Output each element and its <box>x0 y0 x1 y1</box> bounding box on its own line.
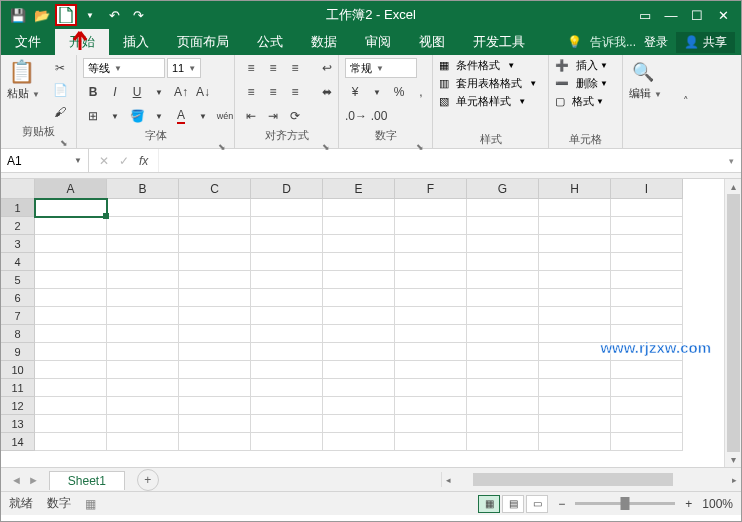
wrap-text-icon[interactable]: ↩ <box>317 58 337 78</box>
row-header-3[interactable]: 3 <box>1 235 35 253</box>
increase-font-icon[interactable]: A↑ <box>171 82 191 102</box>
cell-C9[interactable] <box>179 343 251 361</box>
paste-button[interactable]: 📋 粘贴 ▼ <box>7 58 46 118</box>
open-icon[interactable]: 📂 <box>31 4 53 26</box>
cell-D12[interactable] <box>251 397 323 415</box>
cell-A14[interactable] <box>35 433 107 451</box>
cell-F2[interactable] <box>395 217 467 235</box>
normal-view-icon[interactable]: ▦ <box>478 495 500 513</box>
col-header-B[interactable]: B <box>107 179 179 199</box>
merge-icon[interactable]: ⬌ <box>317 82 337 102</box>
cell-B14[interactable] <box>107 433 179 451</box>
zoom-level[interactable]: 100% <box>702 497 733 511</box>
cell-E1[interactable] <box>323 199 395 217</box>
cell-B5[interactable] <box>107 271 179 289</box>
cell-I2[interactable] <box>611 217 683 235</box>
cell-G5[interactable] <box>467 271 539 289</box>
format-cells-button[interactable]: ▢ 格式▼ <box>555 94 608 109</box>
align-center-icon[interactable]: ≡ <box>263 82 283 102</box>
tab-view[interactable]: 视图 <box>405 29 459 55</box>
redo-icon[interactable]: ↷ <box>127 4 149 26</box>
cell-E5[interactable] <box>323 271 395 289</box>
row-header-6[interactable]: 6 <box>1 289 35 307</box>
cell-E9[interactable] <box>323 343 395 361</box>
cell-G1[interactable] <box>467 199 539 217</box>
scroll-left-icon[interactable]: ◂ <box>442 475 455 485</box>
cell-G9[interactable] <box>467 343 539 361</box>
cell-H2[interactable] <box>539 217 611 235</box>
cell-F12[interactable] <box>395 397 467 415</box>
cell-C1[interactable] <box>179 199 251 217</box>
cell-B3[interactable] <box>107 235 179 253</box>
cut-icon[interactable]: ✂ <box>50 58 70 78</box>
cell-F6[interactable] <box>395 289 467 307</box>
cell-A6[interactable] <box>35 289 107 307</box>
cell-H6[interactable] <box>539 289 611 307</box>
cell-F5[interactable] <box>395 271 467 289</box>
tab-data[interactable]: 数据 <box>297 29 351 55</box>
col-header-H[interactable]: H <box>539 179 611 199</box>
tab-pagelayout[interactable]: 页面布局 <box>163 29 243 55</box>
cell-I4[interactable] <box>611 253 683 271</box>
cell-E12[interactable] <box>323 397 395 415</box>
select-all-cell[interactable] <box>1 179 35 199</box>
cell-D5[interactable] <box>251 271 323 289</box>
minimize-icon[interactable]: — <box>659 4 683 26</box>
cell-B8[interactable] <box>107 325 179 343</box>
cell-A7[interactable] <box>35 307 107 325</box>
cell-H3[interactable] <box>539 235 611 253</box>
bold-button[interactable]: B <box>83 82 103 102</box>
orientation-icon[interactable]: ⟳ <box>285 106 305 126</box>
currency-menu-icon[interactable]: ▼ <box>367 82 387 102</box>
cell-F11[interactable] <box>395 379 467 397</box>
cell-G7[interactable] <box>467 307 539 325</box>
cell-E4[interactable] <box>323 253 395 271</box>
expand-formula-icon[interactable]: ▾ <box>721 149 741 172</box>
namebox-dropdown-icon[interactable]: ▼ <box>74 156 82 165</box>
cell-F10[interactable] <box>395 361 467 379</box>
cell-H4[interactable] <box>539 253 611 271</box>
cell-G2[interactable] <box>467 217 539 235</box>
cell-C5[interactable] <box>179 271 251 289</box>
cell-G14[interactable] <box>467 433 539 451</box>
row-header-12[interactable]: 12 <box>1 397 35 415</box>
phonetic-icon[interactable]: wén <box>215 106 235 126</box>
cell-E8[interactable] <box>323 325 395 343</box>
cell-H1[interactable] <box>539 199 611 217</box>
close-icon[interactable]: ✕ <box>711 4 735 26</box>
cell-A8[interactable] <box>35 325 107 343</box>
cell-G13[interactable] <box>467 415 539 433</box>
cell-A9[interactable] <box>35 343 107 361</box>
tab-review[interactable]: 审阅 <box>351 29 405 55</box>
cell-G8[interactable] <box>467 325 539 343</box>
col-header-A[interactable]: A <box>35 179 107 199</box>
cell-D4[interactable] <box>251 253 323 271</box>
row-header-7[interactable]: 7 <box>1 307 35 325</box>
copy-icon[interactable]: 📄 <box>50 80 70 100</box>
conditional-format-button[interactable]: ▦ 条件格式 ▼ <box>439 58 537 73</box>
cell-I14[interactable] <box>611 433 683 451</box>
cell-I6[interactable] <box>611 289 683 307</box>
scroll-down-icon[interactable]: ▾ <box>731 454 736 465</box>
cell-G10[interactable] <box>467 361 539 379</box>
ribbon-options-icon[interactable]: ▭ <box>633 4 657 26</box>
cell-C11[interactable] <box>179 379 251 397</box>
cell-H14[interactable] <box>539 433 611 451</box>
cell-D8[interactable] <box>251 325 323 343</box>
collapse-ribbon-icon[interactable]: ˄ <box>673 55 699 148</box>
cell-D10[interactable] <box>251 361 323 379</box>
cell-G11[interactable] <box>467 379 539 397</box>
scroll-up-icon[interactable]: ▴ <box>731 181 736 192</box>
cell-F14[interactable] <box>395 433 467 451</box>
zoom-in-button[interactable]: + <box>685 497 692 511</box>
cell-D13[interactable] <box>251 415 323 433</box>
sheet-nav-next-icon[interactable]: ► <box>28 474 39 486</box>
cell-E2[interactable] <box>323 217 395 235</box>
cell-C13[interactable] <box>179 415 251 433</box>
name-box[interactable]: A1 ▼ <box>1 149 89 172</box>
underline-button[interactable]: U <box>127 82 147 102</box>
col-header-D[interactable]: D <box>251 179 323 199</box>
maximize-icon[interactable]: ☐ <box>685 4 709 26</box>
zoom-handle[interactable] <box>621 497 630 510</box>
tab-file[interactable]: 文件 <box>1 29 55 55</box>
